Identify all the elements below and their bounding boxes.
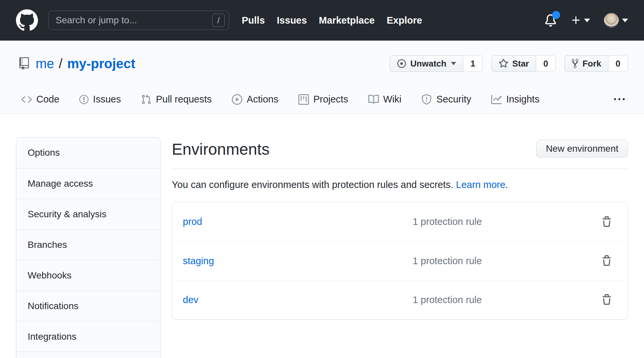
user-menu-button[interactable] xyxy=(604,13,628,28)
search-input[interactable] xyxy=(56,15,212,26)
notifications-button[interactable] xyxy=(544,14,557,27)
watch-count[interactable]: 1 xyxy=(463,55,483,72)
repo-social-buttons: Unwatch 1 Star 0 Fork 0 xyxy=(390,55,628,72)
tab-code[interactable]: Code xyxy=(16,85,65,113)
protection-rule-count: 1 protection rule xyxy=(399,256,593,267)
caret-down-icon xyxy=(584,19,590,22)
delete-environment-button[interactable] xyxy=(593,216,617,228)
caret-down-icon xyxy=(622,19,628,22)
trash-icon xyxy=(601,294,612,305)
new-environment-button[interactable]: New environment xyxy=(536,140,628,158)
sidebar-item-branches[interactable]: Branches xyxy=(16,229,160,260)
watch-button-group: Unwatch 1 xyxy=(390,55,483,72)
sidebar-item-label: Webhooks xyxy=(28,270,72,281)
tab-overflow-button[interactable] xyxy=(611,86,628,113)
repo-tabs: Code Issues Pull requests Actions Projec… xyxy=(16,85,628,113)
delete-environment-button[interactable] xyxy=(593,255,617,267)
fork-button[interactable]: Fork xyxy=(564,55,608,72)
breadcrumb-separator: / xyxy=(59,56,63,71)
environment-row-staging: staging 1 protection rule xyxy=(172,241,628,280)
sidebar-item-notifications[interactable]: Notifications xyxy=(16,290,160,321)
breadcrumb-repo-link[interactable]: my-project xyxy=(67,56,136,71)
kebab-horizontal-icon xyxy=(614,94,625,105)
project-icon xyxy=(298,94,309,105)
tab-issues[interactable]: Issues xyxy=(74,85,126,113)
sidebar-item-webhooks[interactable]: Webhooks xyxy=(16,260,160,290)
environment-link-staging[interactable]: staging xyxy=(183,256,214,266)
environment-row-prod: prod 1 protection rule xyxy=(172,202,628,241)
avatar xyxy=(604,13,619,28)
tab-insights[interactable]: Insights xyxy=(486,85,545,113)
sidebar-item-security-analysis[interactable]: Security & analysis xyxy=(16,199,160,229)
environment-link-dev[interactable]: dev xyxy=(183,294,198,305)
play-icon xyxy=(232,94,242,105)
create-new-button[interactable] xyxy=(571,15,590,26)
star-button[interactable]: Star xyxy=(491,55,536,72)
sidebar-item-label: Security & analysis xyxy=(28,209,107,220)
sidebar-item-label: Integrations xyxy=(28,331,76,342)
protection-rule-count: 1 protection rule xyxy=(399,216,593,227)
tab-projects[interactable]: Projects xyxy=(293,85,354,113)
fork-count[interactable]: 0 xyxy=(608,55,628,72)
environment-row-dev: dev 1 protection rule xyxy=(172,280,628,319)
trash-icon xyxy=(601,255,612,267)
fork-button-group: Fork 0 xyxy=(564,55,628,72)
sidebar-item-partial xyxy=(16,352,160,358)
eye-icon xyxy=(397,59,407,69)
github-logo-icon[interactable] xyxy=(16,9,38,31)
star-icon xyxy=(498,59,508,69)
unread-notification-dot xyxy=(552,11,560,19)
repo-header: me / my-project Unwatch 1 Star 0 xyxy=(0,41,644,114)
environment-link-prod[interactable]: prod xyxy=(183,216,202,227)
nav-link-explore[interactable]: Explore xyxy=(387,15,422,26)
tab-pull-requests[interactable]: Pull requests xyxy=(136,85,217,113)
star-button-group: Star 0 xyxy=(491,55,556,72)
star-count[interactable]: 0 xyxy=(536,55,556,72)
breadcrumb-owner-link[interactable]: me xyxy=(36,56,54,71)
tab-security[interactable]: Security xyxy=(416,85,477,113)
shield-icon xyxy=(421,94,432,105)
sidebar-item-label: Manage access xyxy=(28,178,93,189)
search-box[interactable]: / xyxy=(49,11,229,30)
code-icon xyxy=(21,94,32,105)
settings-sidebar: Options Manage access Security & analysi… xyxy=(16,137,161,358)
environments-description: You can configure environments with prot… xyxy=(172,178,628,191)
book-icon xyxy=(368,94,379,105)
settings-content: Options Manage access Security & analysi… xyxy=(0,114,644,358)
git-pull-request-icon xyxy=(141,94,152,105)
graph-icon xyxy=(491,94,502,105)
protection-rule-count: 1 protection rule xyxy=(399,294,593,305)
fork-icon xyxy=(571,58,579,69)
page-title: Environments xyxy=(172,140,269,159)
trash-icon xyxy=(601,216,612,228)
sidebar-item-label: Notifications xyxy=(28,301,79,311)
issue-opened-icon xyxy=(79,94,89,105)
delete-environment-button[interactable] xyxy=(593,294,617,305)
caret-down-icon xyxy=(451,62,456,65)
nav-links: Pulls Issues Marketplace Explore xyxy=(242,15,422,26)
environments-panel: Environments New environment You can con… xyxy=(172,137,628,319)
description-period: . xyxy=(505,179,508,190)
environments-list: prod 1 protection rule staging 1 protect… xyxy=(172,202,628,319)
sidebar-item-options[interactable]: Options xyxy=(16,137,160,168)
nav-link-pulls[interactable]: Pulls xyxy=(242,15,265,26)
nav-link-issues[interactable]: Issues xyxy=(277,15,307,26)
unwatch-button[interactable]: Unwatch xyxy=(390,55,463,72)
title-divider xyxy=(172,168,628,169)
slash-key-hint: / xyxy=(212,14,225,27)
sidebar-item-label: Options xyxy=(28,147,60,158)
repo-icon xyxy=(19,57,29,70)
sidebar-item-integrations[interactable]: Integrations xyxy=(16,321,160,352)
description-text: You can configure environments with prot… xyxy=(172,179,453,190)
plus-icon xyxy=(571,15,581,26)
sidebar-item-label: Branches xyxy=(28,240,67,250)
sidebar-item-manage-access[interactable]: Manage access xyxy=(16,168,160,199)
nav-right xyxy=(544,13,628,28)
tab-actions[interactable]: Actions xyxy=(226,85,284,113)
top-nav: / Pulls Issues Marketplace Explore xyxy=(0,0,644,41)
tab-wiki[interactable]: Wiki xyxy=(363,85,407,113)
nav-link-marketplace[interactable]: Marketplace xyxy=(319,15,375,26)
learn-more-link[interactable]: Learn more xyxy=(456,179,505,190)
repo-title-row: me / my-project Unwatch 1 Star 0 xyxy=(16,54,628,73)
